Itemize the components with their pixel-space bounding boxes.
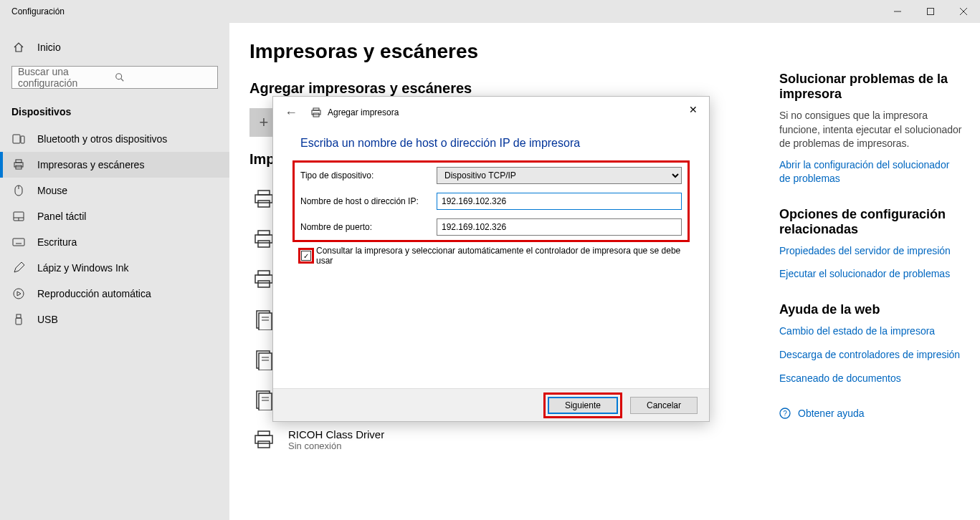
sidebar-item-printers[interactable]: Impresoras y escáneres xyxy=(0,152,229,178)
next-button[interactable]: Siguiente xyxy=(548,397,618,414)
device-type-select[interactable]: Dispositivo TCP/IP xyxy=(437,167,682,184)
svg-rect-44 xyxy=(258,441,270,448)
nav-label: Impresoras y escáneres xyxy=(37,159,144,170)
svg-rect-31 xyxy=(259,313,272,330)
troubleshoot-text: Si no consigues que la impresora funcion… xyxy=(779,109,963,151)
sidebar-item-autoplay[interactable]: Reproducción automática xyxy=(0,281,229,307)
svg-rect-35 xyxy=(259,353,272,370)
svg-rect-1 xyxy=(928,9,934,15)
troubleshoot-link[interactable]: Abrir la configuración del solucionador … xyxy=(779,158,963,186)
svg-rect-6 xyxy=(13,135,20,143)
auto-select-checkbox[interactable]: ✓ xyxy=(301,251,311,261)
search-icon xyxy=(115,72,211,82)
nav-label: Lápiz y Windows Ink xyxy=(37,262,129,274)
dialog-title: Agregar impresora xyxy=(328,107,399,117)
printer-name: RICOH Class Driver xyxy=(288,428,384,440)
svg-point-18 xyxy=(14,289,24,299)
nav-label: USB xyxy=(37,314,58,325)
sidebar-home[interactable]: Inicio xyxy=(0,37,229,57)
checkbox-label: Consultar la impresora y seleccionar aut… xyxy=(316,246,682,266)
svg-point-4 xyxy=(116,74,122,80)
nav-label: Escritura xyxy=(37,236,77,248)
add-section-title: Agregar impresoras y escáneres xyxy=(249,80,751,97)
host-input[interactable] xyxy=(437,193,682,210)
home-label: Inicio xyxy=(37,42,61,53)
search-input[interactable]: Buscar una configuración xyxy=(11,66,218,89)
sidebar: Inicio Buscar una configuración Disposit… xyxy=(0,23,229,520)
nav-label: Panel táctil xyxy=(37,211,86,222)
nav-label: Reproducción automática xyxy=(37,288,151,299)
keyboard-icon xyxy=(11,238,26,246)
sidebar-item-typing[interactable]: Escritura xyxy=(0,229,229,255)
get-help-link[interactable]: Obtener ayuda xyxy=(798,407,865,420)
webhelp-link-scan[interactable]: Escaneado de documentos xyxy=(779,372,963,385)
touchpad-icon xyxy=(11,211,26,221)
sidebar-section: Dispositivos xyxy=(0,100,229,126)
nav-label: Mouse xyxy=(37,185,67,196)
dialog-back-button[interactable]: ← xyxy=(279,102,303,123)
svg-rect-24 xyxy=(258,231,270,235)
webhelp-link-drivers[interactable]: Descarga de controladores de impresión xyxy=(779,348,963,362)
printer-small-icon xyxy=(310,107,322,117)
cancel-button[interactable]: Cancelar xyxy=(630,397,698,414)
related-heading: Opciones de configuración relacionadas xyxy=(779,207,963,237)
fields-highlight: Tipo de dispositivo: Dispositivo TCP/IP … xyxy=(295,163,688,240)
help-icon: ? xyxy=(779,408,791,419)
minimize-button[interactable] xyxy=(881,0,914,23)
webhelp-heading: Ayuda de la web xyxy=(779,302,963,317)
svg-text:?: ? xyxy=(783,410,787,418)
svg-rect-8 xyxy=(16,160,22,163)
sidebar-item-usb[interactable]: USB xyxy=(0,307,229,332)
port-input[interactable] xyxy=(437,218,682,236)
svg-rect-16 xyxy=(13,239,24,246)
svg-rect-19 xyxy=(16,314,21,318)
page-title: Impresoras y escáneres xyxy=(249,40,751,63)
svg-rect-27 xyxy=(258,271,270,275)
close-button[interactable] xyxy=(947,0,980,23)
window-title: Configuración xyxy=(11,6,881,16)
svg-rect-29 xyxy=(258,281,270,287)
printer-device-icon xyxy=(249,425,278,454)
svg-rect-39 xyxy=(259,393,272,410)
dialog-close-button[interactable]: ✕ xyxy=(680,100,706,120)
next-highlight: Siguiente xyxy=(546,395,620,416)
troubleshoot-heading: Solucionar problemas de la impresora xyxy=(779,72,963,102)
svg-rect-7 xyxy=(21,136,24,143)
autoplay-icon xyxy=(11,288,26,299)
titlebar: Configuración xyxy=(0,0,980,23)
right-column: Solucionar problemas de la impresora Si … xyxy=(779,23,980,520)
sidebar-item-mouse[interactable]: Mouse xyxy=(0,178,229,203)
home-icon xyxy=(11,42,26,53)
sidebar-item-bluetooth[interactable]: Bluetooth y otros dispositivos xyxy=(0,126,229,152)
devices-icon xyxy=(11,134,26,144)
svg-line-5 xyxy=(121,79,124,82)
host-label: Nombre de host o dirección IP: xyxy=(300,196,437,206)
webhelp-link-status[interactable]: Cambio del estado de la impresora xyxy=(779,324,963,338)
nav-label: Bluetooth y otros dispositivos xyxy=(37,133,167,145)
svg-rect-21 xyxy=(258,191,270,195)
usb-icon xyxy=(11,314,26,325)
add-printer-dialog: ✕ ← Agregar impresora Escriba un nombre … xyxy=(272,96,710,422)
search-placeholder: Buscar una configuración xyxy=(18,66,115,89)
maximize-button[interactable] xyxy=(914,0,947,23)
svg-rect-20 xyxy=(16,318,22,324)
checkbox-highlight: ✓ xyxy=(300,250,312,262)
svg-rect-42 xyxy=(258,431,270,435)
svg-rect-26 xyxy=(258,241,270,247)
printer-icon xyxy=(11,159,26,170)
port-label: Nombre de puerto: xyxy=(300,222,437,232)
sidebar-item-touchpad[interactable]: Panel táctil xyxy=(0,203,229,229)
pen-icon xyxy=(11,262,26,274)
device-type-label: Tipo de dispositivo: xyxy=(300,170,437,180)
related-link-server[interactable]: Propiedades del servidor de impresión xyxy=(779,244,963,258)
printer-status: Sin conexión xyxy=(288,440,384,451)
mouse-icon xyxy=(11,185,26,196)
sidebar-item-pen[interactable]: Lápiz y Windows Ink xyxy=(0,255,229,281)
printer-row[interactable]: RICOH Class Driver Sin conexión xyxy=(249,420,751,460)
dialog-heading: Escriba un nombre de host o dirección IP… xyxy=(300,137,682,150)
related-link-troubleshooter[interactable]: Ejecutar el solucionador de problemas xyxy=(779,267,963,281)
svg-rect-23 xyxy=(258,201,270,207)
